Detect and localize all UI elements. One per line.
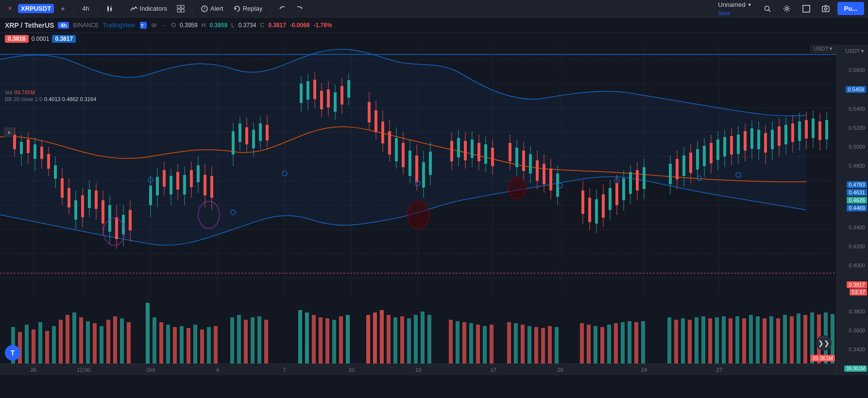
time-tick-26: 26 — [31, 367, 36, 373]
svg-rect-294 — [244, 320, 248, 363]
sep5 — [270, 4, 271, 14]
timeframe-badge[interactable]: 4h — [58, 22, 69, 29]
svg-rect-247 — [818, 121, 821, 140]
svg-rect-347 — [708, 318, 712, 363]
svg-rect-266 — [32, 329, 35, 363]
chart-type-btn[interactable] — [102, 2, 118, 15]
more-options-icon[interactable]: ··· — [161, 22, 168, 29]
price-axis: USDT▼ 0.5600 0.5459 0.5400 0.5200 0.5000… — [836, 45, 868, 375]
fullscreen-btn[interactable] — [799, 3, 814, 15]
svg-rect-61 — [54, 165, 57, 179]
svg-line-17 — [768, 10, 770, 12]
collapse-btn[interactable]: ∧ — [4, 127, 14, 137]
svg-rect-161 — [477, 143, 480, 161]
svg-rect-276 — [100, 326, 103, 363]
indicators-btn[interactable]: Indicators — [126, 3, 171, 15]
close-icon[interactable]: ✕ — [8, 5, 12, 12]
replay-btn[interactable]: Replay — [229, 3, 266, 15]
svg-rect-287 — [187, 328, 190, 363]
svg-rect-296 — [257, 316, 261, 363]
vol-current-label: 39.361M — [810, 355, 835, 362]
svg-marker-13 — [235, 7, 237, 10]
svg-rect-327 — [534, 327, 538, 363]
svg-rect-316 — [449, 320, 453, 363]
svg-rect-354 — [756, 316, 760, 363]
svg-rect-133 — [368, 102, 371, 122]
svg-rect-185 — [588, 198, 591, 222]
eye-icon[interactable] — [151, 22, 157, 29]
svg-rect-155 — [457, 138, 460, 157]
price-tick-4200: 0.4200 — [837, 243, 868, 249]
sep2 — [97, 4, 98, 14]
svg-rect-79 — [115, 217, 118, 239]
toolbar-right: Unnamed ▼ Save Pu... — [714, 0, 864, 18]
svg-rect-299 — [305, 312, 309, 363]
svg-rect-129 — [340, 86, 343, 104]
svg-rect-320 — [476, 325, 480, 363]
svg-rect-270 — [59, 320, 63, 363]
sep3 — [122, 4, 122, 14]
svg-rect-308 — [380, 310, 384, 363]
svg-rect-137 — [381, 121, 384, 143]
svg-rect-302 — [325, 318, 329, 363]
chart-name-btn[interactable]: Unnamed ▼ Save — [714, 0, 755, 18]
nav-forward-arrow[interactable]: ❯❯ — [816, 335, 832, 351]
snapshot-btn[interactable] — [818, 3, 834, 15]
svg-rect-19 — [803, 5, 810, 12]
alert-icon — [201, 5, 208, 13]
svg-rect-311 — [400, 316, 404, 363]
svg-rect-301 — [319, 317, 323, 363]
close-price-badge: 0.3817 — [52, 35, 76, 43]
svg-rect-151 — [429, 152, 432, 175]
fullscreen-icon — [802, 5, 810, 13]
svg-rect-225 — [744, 131, 747, 151]
svg-rect-159 — [471, 139, 474, 158]
svg-rect-197 — [629, 172, 632, 194]
svg-rect-193 — [615, 183, 618, 205]
alert-btn[interactable]: Alert — [197, 3, 227, 15]
svg-rect-157 — [464, 141, 467, 160]
time-tick-7: 7 — [283, 367, 286, 373]
exchange-label: BINANCE — [73, 22, 99, 29]
volume-chart-svg — [0, 288, 836, 363]
svg-rect-292 — [230, 317, 234, 363]
publish-btn[interactable]: Pu... — [837, 2, 864, 15]
symbol-close-btn[interactable]: ✕ — [4, 3, 16, 14]
svg-rect-359 — [790, 316, 794, 363]
svg-rect-272 — [72, 312, 76, 363]
tradingview-label: TradingView — [103, 22, 135, 29]
svg-rect-67 — [74, 200, 77, 220]
svg-rect-223 — [737, 135, 740, 154]
currency-label[interactable]: USDT▼ — [837, 47, 868, 54]
svg-rect-280 — [127, 322, 131, 363]
interval-btn[interactable]: 4h — [78, 3, 93, 14]
undo-icon — [278, 5, 286, 13]
svg-rect-83 — [129, 210, 132, 230]
svg-rect-215 — [710, 143, 713, 163]
redo-btn[interactable] — [292, 3, 307, 15]
svg-rect-337 — [621, 322, 625, 363]
undo-btn[interactable] — [274, 3, 290, 15]
svg-rect-57 — [40, 147, 43, 159]
svg-rect-213 — [703, 146, 706, 166]
svg-rect-113 — [259, 123, 262, 141]
svg-rect-352 — [742, 318, 746, 363]
svg-rect-51 — [20, 142, 23, 154]
templates-btn[interactable] — [173, 3, 188, 15]
settings-icon — [783, 5, 791, 13]
svg-rect-345 — [695, 317, 698, 363]
svg-rect-239 — [791, 123, 794, 142]
add-symbol-btn[interactable]: ＋ — [56, 2, 70, 15]
time-tick-1200: 12:00 — [77, 367, 90, 373]
symbol-badge[interactable]: XRPUSDT — [18, 4, 54, 13]
settings-btn[interactable] — [779, 3, 795, 15]
svg-rect-334 — [600, 327, 604, 363]
svg-rect-340 — [641, 321, 645, 363]
chart-container[interactable]: USDT▼ Vol 89.785M BB 20 close 2 0 0.4013… — [0, 45, 868, 375]
svg-rect-321 — [483, 326, 487, 363]
tradingview-icon: T — [140, 22, 147, 29]
svg-rect-267 — [38, 322, 42, 363]
svg-rect-343 — [681, 318, 685, 363]
search-btn[interactable] — [760, 3, 775, 15]
svg-rect-69 — [81, 195, 84, 217]
